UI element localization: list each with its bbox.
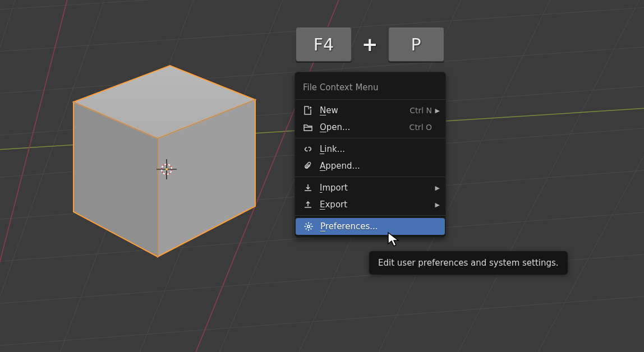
menu-separator (295, 215, 445, 216)
submenu-arrow-icon: ▶ (434, 184, 440, 192)
gear-icon (303, 221, 314, 231)
svg-line-41 (311, 229, 312, 230)
menu-item-open[interactable]: Open... Ctrl O (295, 119, 445, 136)
menu-item-link[interactable]: Link... (295, 141, 445, 158)
menu-label: Link... (320, 144, 432, 154)
menu-separator (295, 138, 445, 138)
menu-label: Export (320, 200, 432, 210)
menu-label: Open... (320, 122, 410, 132)
menu-label: Import (320, 183, 432, 193)
menu-separator (295, 177, 445, 177)
menu-label: Append... (320, 161, 432, 171)
tooltip: Edit user preferences and system setting… (369, 251, 568, 275)
menu-shortcut: Ctrl O (410, 123, 432, 132)
new-file-icon (303, 105, 313, 115)
menu-item-export[interactable]: Export ▶ (295, 196, 445, 213)
svg-line-40 (306, 224, 307, 225)
viewport-3d[interactable]: F4 + P File Context Menu New Ctrl N ▶ Op… (0, 0, 644, 352)
menu-title: File Context Menu (295, 75, 445, 97)
export-icon (303, 200, 313, 210)
menu-item-import[interactable]: Import ▶ (295, 179, 445, 196)
menu-item-preferences[interactable]: Preferences... (296, 218, 445, 235)
link-icon (303, 144, 313, 154)
keycap-p: P (388, 27, 444, 62)
menu-separator (295, 99, 445, 100)
menu-shortcut: Ctrl N (410, 106, 432, 115)
menu-label: New (320, 105, 410, 115)
menu-label: Preferences... (320, 221, 431, 231)
svg-line-42 (306, 229, 307, 230)
file-context-menu: File Context Menu New Ctrl N ▶ Open... C… (295, 72, 446, 238)
menu-item-new[interactable]: New Ctrl N ▶ (295, 102, 445, 119)
plus-icon: + (362, 33, 378, 55)
paperclip-icon (303, 161, 313, 171)
folder-icon (303, 122, 313, 132)
submenu-arrow-icon: ▶ (434, 201, 440, 209)
shortcut-hint: F4 + P (296, 27, 444, 62)
keycap-f4: F4 (296, 27, 352, 62)
import-icon (303, 183, 313, 193)
menu-item-append[interactable]: Append... (295, 158, 445, 174)
svg-point-30 (165, 168, 168, 170)
svg-line-43 (311, 224, 312, 225)
submenu-arrow-icon: ▶ (434, 107, 440, 114)
svg-point-35 (307, 225, 310, 228)
